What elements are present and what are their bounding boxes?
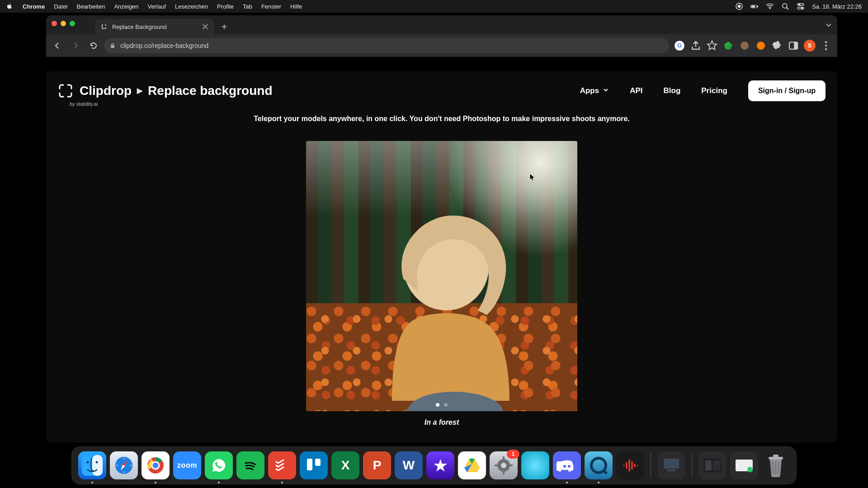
main-nav: Apps API Blog Pricing Sign-in / Sign-up (580, 80, 826, 101)
toolbar-right-actions: G S (672, 40, 834, 52)
clipdrop-logo-icon[interactable] (58, 83, 73, 99)
carousel-dot-2[interactable] (444, 403, 448, 407)
dock-app-todoist[interactable] (268, 451, 296, 479)
svg-line-7 (787, 8, 788, 9)
svg-point-46 (501, 463, 506, 468)
svg-rect-3 (757, 6, 758, 7)
nav-blog[interactable]: Blog (664, 86, 681, 95)
svg-text:G: G (677, 42, 682, 49)
dock-app-powerpoint[interactable]: P (363, 451, 391, 479)
nav-back-button[interactable] (50, 38, 65, 53)
dock-separator-1 (651, 453, 651, 478)
dock-recent-app-1[interactable] (657, 451, 685, 479)
window-traffic-lights (52, 21, 75, 26)
window-zoom-button[interactable] (70, 21, 75, 26)
dock-app-trello[interactable] (300, 451, 328, 479)
profile-avatar[interactable]: S (804, 40, 816, 52)
share-icon[interactable] (690, 40, 702, 52)
svg-point-66 (747, 467, 753, 472)
svg-rect-68 (773, 455, 778, 457)
nav-pricing[interactable]: Pricing (701, 86, 727, 95)
dock-minimized-window-1[interactable] (698, 451, 726, 479)
dock-minimized-window-2[interactable] (730, 451, 758, 479)
mouse-cursor-icon (529, 173, 536, 181)
dock-app-excel[interactable]: X (331, 451, 359, 479)
address-bar[interactable]: clipdrop.co/replace-background (104, 38, 669, 53)
svg-rect-63 (705, 460, 712, 470)
menubar-datetime[interactable]: Sa. 18. März 22:26 (812, 3, 862, 10)
chrome-overflow-menu-icon[interactable] (820, 40, 832, 52)
dock-app-whatsapp[interactable] (205, 451, 233, 479)
svg-rect-48 (503, 471, 505, 474)
menubar-item-profile[interactable]: Profile (212, 3, 238, 10)
svg-rect-22 (92, 455, 103, 476)
dock-app-quicktime[interactable] (585, 451, 613, 479)
menubar-item-tab[interactable]: Tab (238, 3, 257, 10)
dock-separator-2 (692, 453, 692, 478)
dock-app-chrome[interactable] (142, 451, 170, 479)
nav-forward-button[interactable] (68, 38, 83, 53)
tabs-overflow-icon[interactable] (825, 21, 833, 29)
dock-trash[interactable] (762, 451, 790, 479)
carousel-dot-1[interactable] (436, 403, 439, 407)
svg-rect-39 (303, 455, 324, 476)
dock-app-unknown-circle[interactable] (521, 451, 549, 479)
signin-button[interactable]: Sign-in / Sign-up (748, 80, 826, 101)
menubar-app-name[interactable]: Chrome (18, 3, 49, 10)
breadcrumb-triangle-icon: ▶ (137, 87, 142, 95)
dock-app-imovie[interactable]: ★ (426, 451, 454, 479)
dock-app-finder[interactable] (78, 451, 106, 479)
side-panel-icon[interactable] (788, 40, 799, 52)
extensions-puzzle-icon[interactable] (771, 40, 783, 52)
macos-dock: zoom X P W ★ 1 (71, 446, 797, 484)
tab-title: Replace Background (112, 23, 167, 30)
spotlight-icon[interactable] (781, 2, 789, 10)
new-tab-button[interactable]: ＋ (218, 20, 231, 33)
menubar-item-anzeigen[interactable]: Anzeigen (109, 3, 143, 10)
extension-1-icon[interactable] (722, 40, 734, 52)
address-bar-url: clipdrop.co/replace-background (120, 42, 208, 49)
dock-app-discord[interactable] (553, 451, 581, 479)
bookmark-star-icon[interactable] (706, 40, 718, 52)
menubar-item-bearbeiten[interactable]: Bearbeiten (72, 3, 109, 10)
menubar-item-fenster[interactable]: Fenster (257, 3, 286, 10)
dock-app-word[interactable]: W (395, 451, 423, 479)
google-account-icon[interactable]: G (674, 40, 685, 52)
svg-point-19 (825, 48, 827, 50)
apple-menu-icon[interactable] (6, 3, 14, 10)
nav-apps[interactable]: Apps (580, 86, 609, 95)
menubar-item-verlauf[interactable]: Verlauf (143, 3, 170, 10)
svg-point-11 (802, 8, 803, 9)
wifi-icon[interactable] (766, 2, 774, 10)
extension-3-icon[interactable] (755, 40, 767, 52)
window-close-button[interactable] (52, 21, 57, 26)
nav-reload-button[interactable] (86, 38, 101, 53)
control-center-icon[interactable] (797, 2, 805, 10)
page-tagline: Teleport your models anywhere, in one cl… (46, 115, 837, 123)
browser-tab-active[interactable]: Replace Background (95, 19, 214, 34)
tab-close-icon[interactable] (202, 23, 209, 30)
battery-icon[interactable] (750, 2, 759, 10)
menubar-item-lesezeichen[interactable]: Lesezeichen (170, 3, 212, 10)
demo-block: In a forest (306, 141, 577, 427)
dock-app-google-drive[interactable] (458, 451, 486, 479)
dock-app-spotify[interactable] (236, 451, 264, 479)
extension-2-icon[interactable] (739, 40, 750, 52)
menubar-item-datei[interactable]: Datei (49, 3, 72, 10)
demo-caption: In a forest (306, 418, 577, 427)
svg-point-5 (769, 8, 771, 9)
svg-rect-50 (509, 465, 513, 466)
nav-api[interactable]: API (630, 86, 642, 95)
brand-name[interactable]: Clipdrop (80, 84, 132, 97)
window-minimize-button[interactable] (61, 21, 66, 26)
menubar-item-hilfe[interactable]: Hilfe (286, 3, 307, 10)
svg-point-18 (825, 45, 827, 47)
dock-app-voice-memos[interactable] (616, 451, 644, 479)
dock-app-zoom[interactable]: zoom (173, 451, 201, 479)
menubar-status-area: Sa. 18. März 22:26 (735, 2, 868, 10)
screen-record-icon[interactable] (735, 2, 743, 10)
dock-app-system-settings[interactable]: 1 (490, 451, 518, 479)
dock-app-safari[interactable] (110, 451, 138, 479)
svg-point-52 (568, 465, 571, 468)
chevron-down-icon (603, 86, 609, 95)
